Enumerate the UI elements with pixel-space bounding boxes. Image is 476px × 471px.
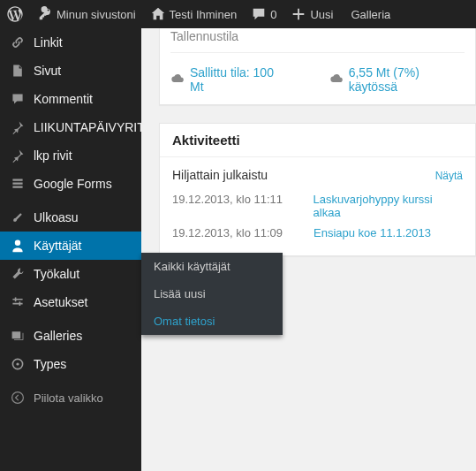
brush-icon: [9, 210, 26, 224]
home-icon: [150, 6, 166, 22]
sidebar-item-users[interactable]: Käyttäjät: [0, 232, 141, 260]
pin-icon: [9, 148, 26, 163]
pin-icon: [9, 120, 26, 134]
sidebar-item-links[interactable]: Linkit: [0, 28, 141, 57]
link-icon: [9, 35, 26, 49]
sidebar-item-galleries[interactable]: Galleries: [0, 322, 141, 350]
submenu-item-all-users[interactable]: Kaikki käyttäjät: [141, 253, 283, 280]
sidebar-item-label: Asetukset: [34, 295, 87, 309]
gallery-label: Galleria: [351, 8, 390, 21]
collapse-menu[interactable]: Piilota valikko: [0, 384, 141, 412]
sidebar-item-label: Linkit: [34, 35, 63, 49]
wordpress-icon: [7, 6, 23, 22]
sidebar-item-label: lkp rivit: [34, 148, 72, 163]
types-icon: [9, 357, 26, 371]
storage-used[interactable]: 6,55 Mt (7%) käytössä: [329, 65, 465, 94]
user-icon: [9, 239, 26, 253]
comments-count: 0: [270, 8, 276, 21]
sidebar-item-label: Ulkoasu: [34, 210, 79, 224]
sidebar-item-settings[interactable]: Asetukset: [0, 288, 141, 316]
site-name-menu[interactable]: Minun sivustoni: [30, 0, 143, 28]
storage-allowed[interactable]: Sallittu tila: 100 Mt: [170, 65, 285, 94]
sidebar-item-lkp-rivit[interactable]: lkp rivit: [0, 141, 141, 170]
sidebar-item-tools[interactable]: Työkalut: [0, 260, 141, 288]
users-submenu: Kaikki käyttäjät Lisää uusi Omat tietosi: [141, 253, 283, 335]
sidebar-item-label: LIIKUNTAPÄIVYRIT: [34, 120, 145, 134]
user-greeting[interactable]: Testi Ihminen: [143, 0, 245, 28]
gallery-menu[interactable]: Galleria: [340, 0, 397, 28]
sidebar-item-liikuntapaivyrit[interactable]: LIIKUNTAPÄIVYRIT: [0, 113, 141, 141]
sidebar-item-appearance[interactable]: Ulkoasu: [0, 203, 141, 232]
activity-list: 19.12.2013, klo 11:11 Laskuvarjohyppy ku…: [160, 189, 475, 255]
sidebar-item-label: Google Forms: [34, 177, 112, 191]
gallery-icon: [9, 329, 26, 343]
site-name-label: Minun sivustoni: [57, 8, 136, 21]
activity-row: 19.12.2013, klo 11:09 Ensiapu koe 11.1.2…: [172, 223, 463, 243]
collapse-icon: [9, 391, 26, 405]
collapse-label: Piilota valikko: [34, 391, 103, 405]
sidebar-item-label: Galleries: [34, 329, 82, 343]
sidebar-item-label: Types: [34, 357, 66, 371]
sidebar-item-label: Käyttäjät: [34, 239, 81, 253]
plus-icon: [291, 6, 306, 22]
wrench-icon: [9, 267, 26, 281]
admin-toolbar: Minun sivustoni Testi Ihminen 0 Uusi Gal…: [0, 0, 476, 28]
admin-sidebar: Linkit Sivut Kommentit LIIKUNTAPÄIVYRIT …: [0, 28, 141, 471]
storage-title: Tallennustila: [170, 28, 465, 53]
comment-icon: [9, 92, 26, 106]
submenu-item-your-profile[interactable]: Omat tietosi: [141, 308, 283, 335]
activity-date: 19.12.2013, klo 11:09: [172, 226, 314, 239]
show-link[interactable]: Näytä: [435, 170, 463, 182]
main-content: Tallennustila Sallittu tila: 100 Mt 6,55…: [141, 28, 476, 471]
form-icon: [9, 177, 26, 191]
activity-date: 19.12.2013, klo 11:11: [172, 193, 314, 219]
activity-title: Aktiviteetti: [160, 124, 475, 157]
sidebar-item-label: Sivut: [34, 64, 61, 78]
activity-row: 19.12.2013, klo 11:11 Laskuvarjohyppy ku…: [172, 189, 463, 223]
sliders-icon: [9, 295, 26, 309]
key-icon: [37, 6, 53, 22]
comments-menu[interactable]: 0: [244, 0, 283, 28]
comment-icon: [251, 6, 267, 22]
sidebar-item-types[interactable]: Types: [0, 350, 141, 378]
svg-point-2: [12, 392, 24, 404]
new-label: Uusi: [310, 8, 333, 21]
wp-logo-menu[interactable]: [0, 0, 30, 28]
sidebar-item-label: Työkalut: [34, 267, 79, 281]
storage-allowed-text: Sallittu tila: 100 Mt: [190, 65, 285, 94]
sidebar-item-pages[interactable]: Sivut: [0, 57, 141, 85]
cloud-icon: [329, 72, 344, 88]
sidebar-item-google-forms[interactable]: Google Forms: [0, 170, 141, 198]
activity-widget: Aktiviteetti Hiljattain julkaistu Näytä …: [159, 123, 476, 256]
submenu-item-add-new[interactable]: Lisää uusi: [141, 280, 283, 308]
storage-widget: Tallennustila Sallittu tila: 100 Mt 6,55…: [159, 28, 476, 105]
user-name-label: Testi Ihminen: [170, 8, 238, 21]
svg-point-1: [16, 362, 19, 365]
page-icon: [9, 64, 26, 78]
activity-post-link[interactable]: Laskuvarjohyppy kurssi alkaa: [314, 193, 463, 219]
new-content-menu[interactable]: Uusi: [283, 0, 340, 28]
activity-post-link[interactable]: Ensiapu koe 11.1.2013: [314, 226, 431, 239]
recently-published-heading: Hiljattain julkaistu: [172, 168, 268, 182]
sidebar-item-label: Kommentit: [34, 92, 93, 106]
storage-used-text: 6,55 Mt (7%) käytössä: [349, 65, 465, 94]
sidebar-item-comments[interactable]: Kommentit: [0, 85, 141, 113]
cloud-icon: [170, 72, 185, 88]
